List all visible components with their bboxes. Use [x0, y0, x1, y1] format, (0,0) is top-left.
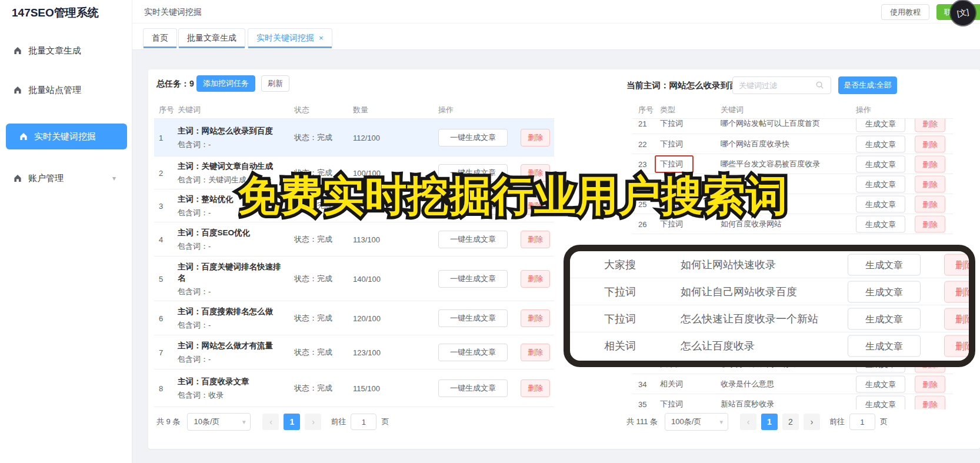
tab-realtime-keyword[interactable]: 实时关键词挖掘×	[248, 28, 332, 48]
row-keyword: 收录是什么意思	[721, 379, 774, 389]
popup-row: 下拉词 如何让自己网站收录百度 生成文章 删除	[570, 278, 969, 305]
left-pagination: 共 9 条10条/页▾‹1›前往页	[156, 413, 389, 431]
table-row[interactable]: 4 主词：百度SEO优化包含词：- 状态：完成 113/100 一键生成文章 删…	[154, 222, 554, 257]
delete-button[interactable]: 删除	[521, 344, 550, 361]
home-icon	[13, 85, 22, 95]
generate-article-button[interactable]: 生成文章	[848, 335, 921, 357]
sidebar-item-batch-article[interactable]: 批量文章生成	[0, 38, 132, 64]
delete-button[interactable]: 删除	[915, 119, 945, 132]
delete-button[interactable]: 删除	[521, 309, 550, 327]
delete-button[interactable]: 删除	[944, 308, 975, 329]
pagination-total: 共 111 条	[626, 413, 658, 431]
page-label: 页	[880, 417, 888, 426]
delete-button[interactable]: 删除	[915, 175, 945, 192]
generate-article-button[interactable]: 一键生成文章	[438, 379, 508, 397]
goto-page-input[interactable]	[849, 414, 875, 430]
generate-article-button[interactable]: 一键生成文章	[438, 129, 508, 146]
table-row[interactable]: 35 下拉词 新站百度秒收录 生成文章 删除	[632, 394, 953, 409]
row-include: 包含词：-	[178, 241, 285, 252]
row-include: 包含词：收录	[178, 390, 285, 401]
row-count: 123/100	[353, 348, 381, 357]
row-keyword: 主词：网站怎么做才有流量	[178, 340, 285, 351]
row-include: 包含词：-	[178, 139, 285, 150]
generate-article-button[interactable]: 一键生成文章	[438, 270, 508, 288]
generate-article-button[interactable]: 生成文章	[856, 375, 905, 392]
generate-article-button[interactable]: 生成文章	[856, 215, 905, 232]
generate-article-button[interactable]: 生成文章	[856, 119, 905, 132]
goto-page-input[interactable]	[351, 414, 376, 430]
tab-label: 实时关键词挖掘	[256, 33, 314, 42]
add-task-button[interactable]: 添加挖词任务	[196, 75, 255, 92]
delete-button[interactable]: 删除	[521, 270, 550, 288]
sidebar-item-account[interactable]: 账户管理 ▾	[0, 165, 132, 191]
page-size-select[interactable]: 100条/页▾	[665, 413, 728, 431]
generate-article-button[interactable]: 生成文章	[848, 254, 921, 275]
tab-bar: 首页 批量文章生成 实时关键词挖掘×	[132, 24, 980, 50]
task-table: 序号 关键词 状态 数量 操作 1 主词：网站怎么收录到百度包含词：- 状态：完…	[154, 102, 554, 407]
generate-article-button[interactable]: 一键生成文章	[438, 231, 508, 248]
refresh-button[interactable]: 刷新	[261, 75, 289, 92]
generate-article-button[interactable]: 生成文章	[856, 155, 905, 172]
generate-article-button[interactable]: 一键生成文章	[438, 309, 508, 327]
delete-button[interactable]: 删除	[521, 231, 550, 248]
table-row[interactable]: 5 主词：百度关键词排名快速排名包含词：- 状态：完成 140/100 一键生成…	[154, 257, 554, 301]
generate-article-button[interactable]: 生成文章	[856, 135, 905, 152]
row-type: 下拉词	[660, 139, 683, 149]
table-row[interactable]: 21 下拉词 哪个网站发帖可以上百度首页 生成文章 删除	[632, 119, 953, 134]
table-row[interactable]: 34 相关词 收录是什么意思 生成文章 删除	[632, 374, 953, 394]
home-icon	[19, 132, 28, 141]
sidebar-item-realtime-keyword[interactable]: 实时关键词挖掘	[6, 124, 127, 149]
search-icon	[815, 81, 824, 92]
page-button-1[interactable]: 1	[761, 414, 778, 430]
popup-row: 大家搜 如何让网站快速收录 生成文章 删除	[570, 251, 969, 278]
page-button-2[interactable]: 2	[782, 414, 799, 430]
delete-button[interactable]: 删除	[915, 135, 945, 152]
sidebar-item-batch-site[interactable]: 批量站点管理	[0, 77, 132, 103]
help-button[interactable]: 使用教程	[881, 4, 929, 20]
prev-page-button[interactable]: ‹	[262, 414, 279, 430]
delete-button[interactable]: 删除	[915, 396, 945, 410]
row-type: 相关词	[660, 379, 683, 389]
row-count: 120/100	[353, 314, 381, 322]
table-row[interactable]: 8 主词：百度收录文章包含词：收录 状态：完成 115/100 一键生成文章 删…	[154, 369, 554, 407]
tab-home[interactable]: 首页	[143, 28, 177, 48]
delete-button[interactable]: 删除	[915, 215, 945, 232]
row-keyword: 哪个网站发帖可以上百度首页	[721, 119, 820, 129]
delete-button[interactable]: 删除	[915, 155, 945, 172]
generate-article-button[interactable]: 生成文章	[856, 195, 905, 212]
next-page-button[interactable]: ›	[804, 414, 820, 430]
sidebar-item-label: 批量站点管理	[28, 85, 81, 96]
row-type: 下拉词	[604, 312, 636, 326]
generate-article-button[interactable]: 生成文章	[856, 175, 905, 192]
close-icon[interactable]: ×	[319, 34, 324, 42]
page-size-select[interactable]: 10条/页▾	[187, 413, 251, 431]
sidebar: 147SEO管理系统 批量文章生成 批量站点管理 实时关键词挖掘 账户管理 ▾	[0, 0, 132, 463]
popup-row: 下拉词 怎么快速让百度收录一个新站 生成文章 删除	[570, 305, 969, 332]
col-keyword: 关键词	[178, 105, 201, 115]
delete-button[interactable]: 删除	[521, 379, 550, 397]
delete-button[interactable]: 删除	[915, 375, 945, 392]
delete-button[interactable]: 删除	[944, 254, 975, 275]
table-row[interactable]: 22 下拉词 哪个网站百度收录快 生成文章 删除	[632, 134, 953, 154]
col-num: 序号	[159, 105, 174, 115]
delete-button[interactable]: 删除	[944, 335, 975, 357]
delete-button[interactable]: 删除	[915, 195, 945, 212]
promo-overlay-text: 免费实时挖掘行业用户搜索词	[238, 168, 788, 224]
table-row[interactable]: 7 主词：网站怎么做才有流量包含词：- 状态：完成 123/100 一键生成文章…	[154, 335, 554, 369]
generate-article-button[interactable]: 生成文章	[856, 396, 905, 410]
row-status: 状态：完成	[294, 347, 332, 358]
generate-article-button[interactable]: 生成文章	[848, 308, 921, 329]
table-row[interactable]: 6 主词：百度搜索排名怎么做包含词：- 状态：完成 120/100 一键生成文章…	[154, 301, 554, 335]
delete-button[interactable]: 删除	[521, 129, 550, 146]
table-row[interactable]: 1 主词：网站怎么收录到百度包含词：- 状态：完成 112/100 一键生成文章…	[154, 119, 554, 156]
row-status: 状态：完成	[294, 132, 332, 143]
prev-page-button[interactable]: ‹	[740, 414, 756, 430]
page-button-1[interactable]: 1	[284, 414, 300, 430]
generate-article-button[interactable]: 生成文章	[848, 281, 921, 302]
generate-article-button[interactable]: 一键生成文章	[438, 344, 508, 361]
app-title: 147SEO管理系统	[12, 5, 99, 21]
generate-all-button[interactable]: 是否生成:全部	[838, 76, 897, 94]
next-page-button[interactable]: ›	[305, 414, 321, 430]
tab-batch-article[interactable]: 批量文章生成	[178, 28, 245, 48]
delete-button[interactable]: 删除	[944, 281, 975, 302]
